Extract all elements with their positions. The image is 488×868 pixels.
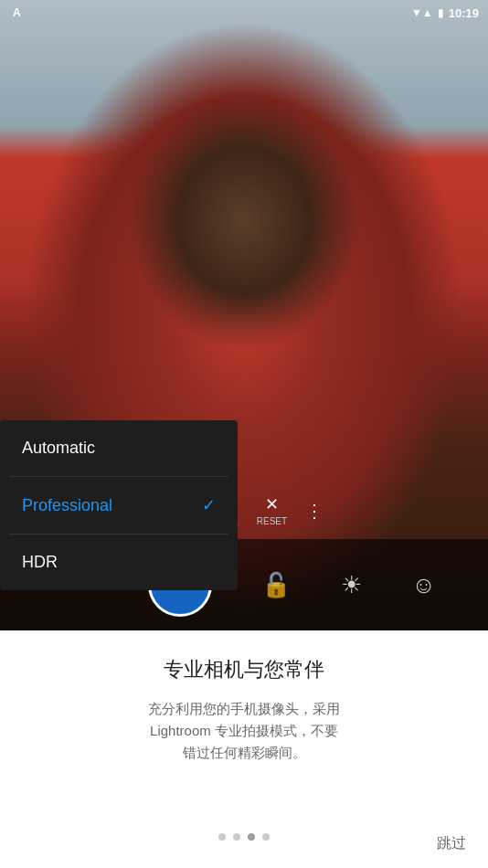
dot-2	[233, 833, 240, 841]
more-menu-icon: ⋮	[305, 500, 324, 522]
face-icon[interactable]: ☺	[411, 571, 436, 599]
status-time: 10:19	[449, 6, 479, 20]
dropdown-item-automatic[interactable]: Automatic	[0, 420, 238, 476]
dropdown-item-professional-label: Professional	[22, 496, 112, 515]
mode-dropdown: Automatic Professional ✓ HDR	[0, 420, 238, 590]
reset-x-icon: ✕	[265, 494, 279, 514]
dropdown-item-hdr[interactable]: HDR	[0, 535, 238, 590]
status-bar-app-icon: A	[13, 6, 21, 19]
dot-1	[218, 833, 226, 841]
bottom-description: 充分利用您的手机摄像头，采用Lightroom 专业拍摄模式，不要错过任何精彩瞬…	[148, 698, 340, 764]
dropdown-item-professional[interactable]: Professional ✓	[0, 477, 238, 534]
status-bar-right: ▼▲ ▮ 10:19	[411, 6, 479, 20]
bottom-panel: 专业相机与您常伴 充分利用您的手机摄像头，采用Lightroom 专业拍摄模式，…	[0, 630, 488, 868]
exposure-icon[interactable]: ☀	[341, 571, 362, 599]
wifi-signal-icon: ▼▲	[411, 6, 433, 19]
dropdown-item-hdr-label: HDR	[22, 553, 58, 572]
check-icon: ✓	[202, 495, 216, 515]
dot-4	[262, 833, 270, 841]
status-bar: A ▼▲ ▮ 10:19	[0, 0, 488, 26]
skip-button[interactable]: 跳过	[437, 834, 466, 853]
bottom-title: 专业相机与您常伴	[164, 656, 324, 683]
dropdown-item-automatic-label: Automatic	[22, 439, 95, 458]
pagination-dots	[218, 833, 270, 850]
more-menu-button[interactable]: ⋮	[305, 500, 324, 522]
reset-label: RESET	[257, 516, 287, 526]
reset-button[interactable]: ✕ RESET	[257, 494, 287, 526]
lock-icon[interactable]: 🔓	[261, 571, 291, 599]
battery-icon: ▮	[438, 6, 444, 19]
dot-3	[248, 833, 255, 841]
